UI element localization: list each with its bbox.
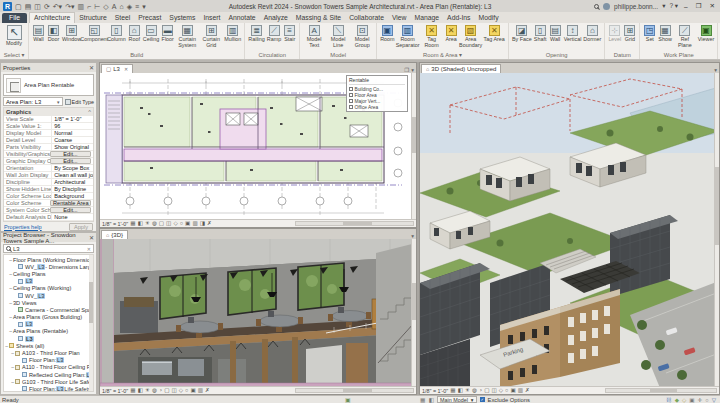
sun-path-icon[interactable]: ☀: [465, 388, 470, 394]
aerial-vertical-scrollbar[interactable]: [714, 73, 719, 386]
edit-button[interactable]: Edit...: [50, 158, 91, 164]
tab-analyze[interactable]: Analyze: [260, 13, 292, 23]
crop-visibility-icon[interactable]: ◫: [491, 388, 496, 394]
property-row[interactable]: Default Analysis Di...None: [4, 214, 93, 221]
select-links-icon[interactable]: ⛓: [666, 397, 672, 403]
area-button[interactable]: ✕Area: [444, 24, 459, 43]
temporary-hide-icon[interactable]: ◇: [499, 388, 503, 394]
search-icon[interactable]: [594, 4, 599, 9]
restore-button[interactable]: ❐: [694, 2, 704, 10]
temporary-view-properties-icon[interactable]: ▥: [192, 221, 197, 227]
help-icon[interactable]: ? ▾: [669, 2, 678, 10]
customize-quick-access-icon[interactable]: ▾: [142, 3, 146, 10]
visual-style-icon[interactable]: ◧: [138, 221, 143, 227]
model-group-button[interactable]: ⊡Model Group: [350, 24, 374, 49]
color-scheme-legend[interactable]: Rentable Building Co... Floor Area Major…: [346, 75, 408, 112]
tree-item[interactable]: Reflected Ceiling Plan: L3: [4, 371, 93, 378]
property-row[interactable]: OrientationBy Scope Box: [4, 165, 93, 172]
tree-item[interactable]: −G103 - Third Floor Life Safety Plan: [4, 378, 93, 385]
open-file-icon[interactable]: ▤: [25, 3, 32, 10]
text-note-icon[interactable]: A: [112, 3, 117, 10]
sun-path-icon[interactable]: ☀: [145, 221, 150, 227]
temporary-hide-icon[interactable]: ◇: [179, 388, 183, 394]
tree-item[interactable]: −A110 - Third Floor Ceiling Plan: [4, 364, 93, 371]
tree-item[interactable]: Floor Plan: L3 Life Safety Plan: [4, 385, 93, 392]
floor-button[interactable]: ▬Floor: [160, 24, 175, 43]
tab-steel[interactable]: Steel: [111, 13, 135, 23]
scale-control[interactable]: 1/8" = 1'-0": [422, 388, 448, 394]
visual-style-icon[interactable]: ◧: [138, 388, 143, 394]
mullion-button[interactable]: ▥Mullion: [223, 24, 242, 43]
shadows-icon[interactable]: ◍: [152, 388, 157, 394]
tree-item[interactable]: Camera - Commercial Space L3: [4, 306, 93, 313]
tab-file[interactable]: File: [2, 13, 27, 23]
scale-control[interactable]: 1/8" = 1'-0": [102, 388, 128, 394]
interior-canvas[interactable]: [100, 239, 416, 386]
roof-button[interactable]: ⌂Roof: [127, 24, 142, 43]
sync-with-central-icon[interactable]: ⟳: [44, 3, 50, 10]
shadows-icon[interactable]: ◍: [472, 388, 477, 394]
close-view-icon[interactable]: ✕: [124, 66, 128, 72]
detail-level-icon[interactable]: ▦: [450, 388, 455, 394]
tab-annotate[interactable]: Annotate: [224, 13, 259, 23]
property-row[interactable]: Color Scheme Loc...Background: [4, 193, 93, 200]
tree-item[interactable]: Floor Plan: L3: [4, 357, 93, 364]
tab-insert[interactable]: Insert: [199, 13, 224, 23]
tree-item[interactable]: −A103 - Third Floor Plan: [4, 349, 93, 356]
design-options-icon[interactable]: ◧: [428, 397, 433, 403]
property-row[interactable]: Parts VisibilityShow Original: [4, 144, 93, 151]
window-button[interactable]: ⊞Window: [61, 24, 82, 43]
tree-item[interactable]: L3: [4, 278, 93, 285]
tab-collaborate[interactable]: Collaborate: [345, 13, 388, 23]
tab-view[interactable]: View: [388, 13, 411, 23]
by-face-button[interactable]: ◪By Face: [511, 24, 533, 43]
level-button[interactable]: ⊹Level: [607, 24, 622, 43]
tree-scrollbar[interactable]: [89, 255, 93, 391]
property-row[interactable]: Color SchemeRentable Area: [4, 200, 93, 207]
tag-room-button[interactable]: ✕Tag Room: [420, 24, 444, 49]
set-button[interactable]: ◳Set: [642, 24, 657, 43]
select-underlay-icon[interactable]: ◆: [675, 397, 679, 403]
property-row[interactable]: System Color Sche...Edit...: [4, 207, 93, 214]
minimize-button[interactable]: –: [682, 3, 690, 10]
interior-vertical-scrollbar[interactable]: [411, 239, 416, 386]
selection-filter-icon[interactable]: ▽: [712, 397, 716, 403]
property-row[interactable]: Scale Value 1:96: [4, 123, 93, 130]
worksharing-display-icon[interactable]: ▣: [185, 221, 190, 227]
crop-view-icon[interactable]: ▢: [164, 388, 169, 394]
aerial-canvas[interactable]: Parking: [420, 73, 719, 386]
detail-level-icon[interactable]: ▦: [130, 388, 135, 394]
tab-systems[interactable]: Systems: [165, 13, 199, 23]
scale-control[interactable]: 1/8" = 1'-0": [102, 221, 128, 227]
temporary-view-properties-icon[interactable]: ▥: [518, 388, 523, 394]
editable-only-icon[interactable]: ▣: [345, 396, 351, 403]
tree-item[interactable]: L3: [4, 321, 93, 328]
plan-vertical-scrollbar[interactable]: [411, 73, 416, 219]
measure-icon[interactable]: ⌐: [87, 3, 91, 10]
property-row[interactable]: View Scale1/8" = 1'-0": [4, 116, 93, 123]
tree-item[interactable]: −Area Plans (Rentable): [4, 328, 93, 335]
project-browser-close-icon[interactable]: ✕: [89, 234, 94, 241]
reveal-hidden-icon[interactable]: ○: [185, 388, 188, 394]
room-button[interactable]: ▣Room: [379, 24, 395, 43]
exclude-options-checkbox[interactable]: ✓: [480, 397, 485, 402]
reveal-hidden-icon[interactable]: ○: [180, 221, 183, 227]
tag-by-category-icon[interactable]: ◇: [103, 3, 108, 10]
detail-level-icon[interactable]: ▦: [130, 221, 135, 227]
property-row[interactable]: Show Hidden LinesBy Discipline: [4, 186, 93, 193]
worksharing-display-icon[interactable]: ▣: [190, 388, 195, 394]
viewer-button[interactable]: ▣Viewer: [697, 24, 715, 43]
crop-view-icon[interactable]: ▢: [159, 221, 164, 227]
sun-path-icon[interactable]: ☀: [145, 388, 150, 394]
undo-icon[interactable]: ↶▾: [53, 3, 62, 10]
revit-logo-icon[interactable]: R: [3, 2, 12, 11]
tab-precast[interactable]: Precast: [134, 13, 165, 23]
interior-horizontal-scrollbar[interactable]: [295, 388, 414, 393]
aerial-horizontal-scrollbar[interactable]: [605, 388, 717, 393]
rendering-dialog-icon[interactable]: ◔: [479, 388, 482, 394]
group-label-room-area[interactable]: Room & Area ▾: [379, 51, 506, 59]
view-tab-3d-shaded[interactable]: ⌂3D (Shaded) Uncropped: [421, 64, 501, 73]
view-splitter[interactable]: [417, 62, 419, 395]
select-pinned-icon[interactable]: ◇: [682, 397, 686, 403]
tree-item[interactable]: −3D Views: [4, 299, 93, 306]
